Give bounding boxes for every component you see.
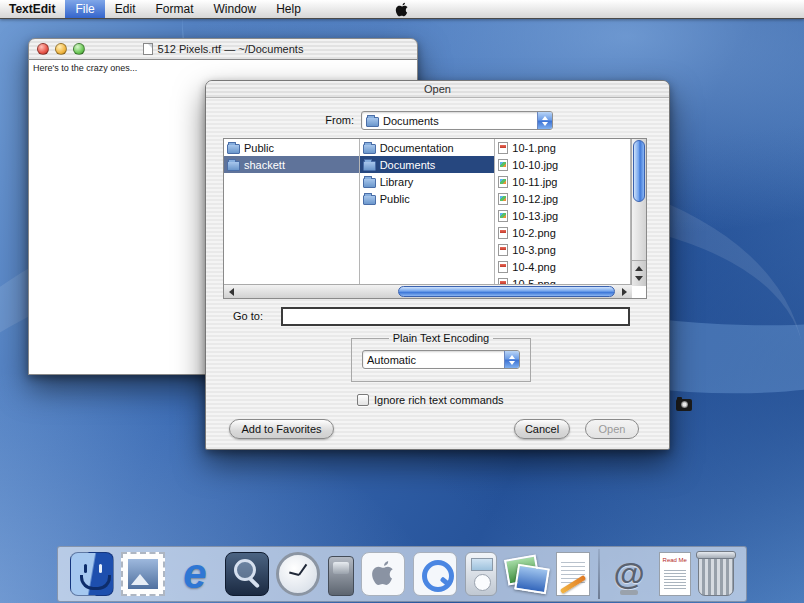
jpg-file-icon: [498, 193, 508, 205]
png-file-icon: [498, 244, 508, 256]
encoding-popup[interactable]: Automatic: [362, 350, 520, 369]
menu-app-textedit[interactable]: TextEdit: [0, 0, 65, 18]
file-row[interactable]: 10-12.jpg: [495, 190, 630, 207]
email-at-dock-icon[interactable]: [607, 552, 651, 596]
folder-icon: [363, 144, 376, 154]
row-label: Documentation: [380, 142, 454, 154]
document-icon: [143, 43, 153, 55]
row-label: 10-12.jpg: [512, 193, 558, 205]
checkbox-label: Ignore rich text commands: [374, 394, 504, 406]
folder-row[interactable]: Public: [360, 190, 495, 207]
desktop: { "menu_bar": { "items": [ { "label": "T…: [0, 0, 804, 603]
scroll-up-arrow[interactable]: [635, 266, 643, 271]
utility-app-dock-icon[interactable]: [328, 556, 354, 596]
menu-help[interactable]: Help: [266, 0, 311, 18]
horizontal-scroll-thumb[interactable]: [398, 286, 615, 297]
folder-row[interactable]: Public: [224, 139, 359, 156]
goto-label: Go to:: [233, 310, 263, 322]
apple-app-dock-icon[interactable]: [361, 552, 405, 596]
folder-icon: [366, 117, 379, 127]
readme-document-dock-icon[interactable]: Read Me: [659, 552, 691, 596]
file-row[interactable]: 10-4.png: [495, 258, 630, 275]
scroll-right-arrow[interactable]: [617, 285, 632, 298]
open-button[interactable]: Open: [585, 419, 639, 439]
goto-input[interactable]: [281, 307, 630, 326]
encoding-popup-value: Automatic: [367, 354, 416, 366]
menu-bar: TextEdit File Edit Format Window Help: [0, 0, 804, 19]
photos-dock-icon[interactable]: [504, 552, 548, 596]
folder-icon: [227, 144, 240, 154]
open-dialog-titlebar[interactable]: Open: [206, 81, 669, 98]
horizontal-scrollbar[interactable]: [224, 284, 632, 298]
browser-column-2: Documentation Documents Library Public: [360, 139, 496, 286]
row-label: 10-10.jpg: [512, 159, 558, 171]
row-label: 10-4.png: [512, 261, 555, 273]
encoding-legend: Plain Text Encoding: [389, 332, 493, 344]
vertical-scroll-thumb[interactable]: [633, 140, 645, 202]
textedit-dock-icon[interactable]: [556, 552, 590, 596]
open-dialog-body: From: Documents Public sha: [206, 98, 669, 449]
scroll-left-arrow[interactable]: [224, 285, 239, 298]
dock: Read Me: [57, 546, 747, 602]
file-row[interactable]: 10-2.png: [495, 224, 630, 241]
encoding-group: Plain Text Encoding Automatic: [351, 332, 531, 382]
camera-icon: [676, 399, 692, 411]
clock-dock-icon[interactable]: [276, 552, 320, 596]
browser-column-1: Public shackett: [224, 139, 360, 286]
sherlock-dock-icon[interactable]: [225, 552, 269, 596]
menu-format[interactable]: Format: [145, 0, 203, 18]
ignore-rich-text-checkbox[interactable]: [357, 394, 369, 406]
vertical-scrollbar[interactable]: [631, 139, 646, 286]
row-label: Public: [380, 193, 410, 205]
folder-row-selected[interactable]: shackett: [224, 156, 359, 173]
row-label: 10-3.png: [512, 244, 555, 256]
textedit-titlebar[interactable]: 512 Pixels.rtf — ~/Documents: [28, 38, 418, 60]
file-row[interactable]: 10-3.png: [495, 241, 630, 258]
menu-window[interactable]: Window: [204, 0, 267, 18]
jpg-file-icon: [498, 210, 508, 222]
folder-icon: [363, 178, 376, 188]
file-row[interactable]: 10-13.jpg: [495, 207, 630, 224]
png-file-icon: [498, 261, 508, 273]
file-browser: Public shackett Documentation Documents: [223, 138, 647, 299]
window-title-area: 512 Pixels.rtf — ~/Documents: [29, 43, 417, 55]
cancel-button[interactable]: Cancel: [514, 419, 570, 439]
row-label: shackett: [244, 159, 285, 171]
internet-explorer-dock-icon[interactable]: [173, 552, 217, 596]
quicktime-dock-icon[interactable]: [413, 552, 457, 596]
folder-icon: [363, 195, 376, 205]
jpg-file-icon: [498, 159, 508, 171]
folder-icon: [227, 161, 240, 171]
row-label: Documents: [380, 159, 436, 171]
row-label: 10-13.jpg: [512, 210, 558, 222]
folder-row[interactable]: Library: [360, 173, 495, 190]
menu-edit[interactable]: Edit: [105, 0, 146, 18]
file-row[interactable]: 10-1.png: [495, 139, 630, 156]
mail-stamp-dock-icon[interactable]: [121, 552, 165, 596]
add-to-favorites-button[interactable]: Add to Favorites: [229, 419, 334, 439]
file-row[interactable]: 10-10.jpg: [495, 156, 630, 173]
ignore-rich-text-row: Ignore rich text commands: [357, 394, 504, 406]
ipod-dock-icon[interactable]: [465, 552, 497, 596]
trash-dock-icon[interactable]: [698, 552, 734, 596]
popup-stepper-icon: [537, 112, 552, 129]
file-row[interactable]: 10-11.jpg: [495, 173, 630, 190]
from-popup[interactable]: Documents: [361, 111, 553, 130]
zoom-button[interactable]: [73, 43, 85, 55]
dock-separator: [598, 549, 600, 599]
folder-row-selected[interactable]: Documents: [360, 156, 495, 173]
apple-menu-icon[interactable]: [395, 0, 409, 19]
from-label: From:: [266, 114, 354, 126]
row-label: Library: [380, 176, 414, 188]
menu-file[interactable]: File: [65, 0, 104, 18]
browser-column-3: 10-1.png 10-10.jpg 10-11.jpg 10-12.jpg: [495, 139, 631, 286]
minimize-button[interactable]: [55, 43, 67, 55]
finder-dock-icon[interactable]: [70, 552, 114, 596]
folder-icon: [363, 161, 376, 171]
folder-row[interactable]: Documentation: [360, 139, 495, 156]
close-button[interactable]: [37, 43, 49, 55]
readme-label: Read Me: [660, 557, 690, 564]
scroll-down-arrow[interactable]: [635, 276, 643, 281]
horizontal-scroll-track[interactable]: [239, 285, 617, 298]
from-popup-value: Documents: [383, 115, 439, 127]
